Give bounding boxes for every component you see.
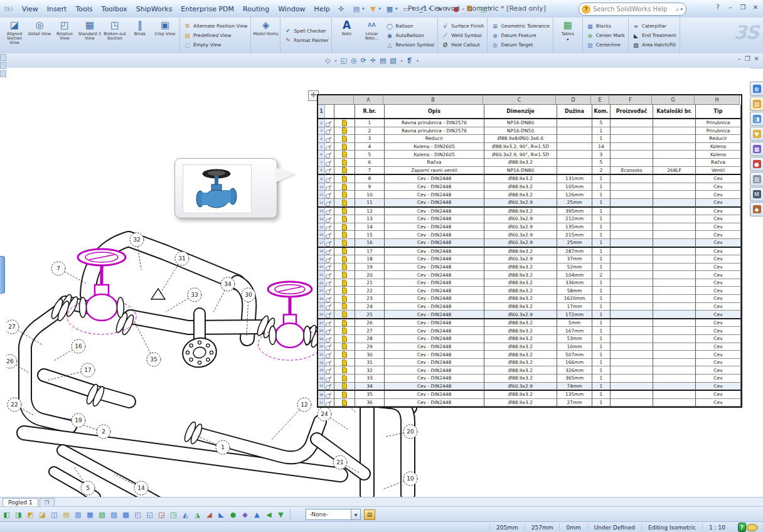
bom-component-cell[interactable] (325, 327, 334, 335)
bom-column-letter-G[interactable]: G (652, 95, 695, 105)
bom-cell[interactable]: Reducir (696, 135, 741, 143)
bom-cell[interactable]: 131mm (557, 175, 592, 183)
bom-balloon-cell[interactable] (334, 359, 355, 367)
bom-cell[interactable]: Cev (696, 215, 741, 223)
bom-cell[interactable]: 16 (355, 239, 385, 248)
bom-balloon-cell[interactable] (334, 208, 355, 216)
bom-column-letter-D[interactable]: D (556, 95, 591, 105)
bom-cell[interactable]: Cev (696, 335, 741, 343)
bom-cell[interactable]: 1 (592, 383, 611, 391)
bom-cell[interactable]: Cev - DIN2448 (385, 343, 484, 351)
bom-header-r-br-[interactable]: R.br. (355, 105, 385, 119)
bom-cell[interactable]: 5 (592, 119, 611, 127)
bom-cell[interactable]: 1 (592, 391, 611, 399)
bom-cell[interactable]: Cev (696, 255, 741, 263)
bom-cell[interactable]: 22 (355, 287, 385, 295)
bom-cell[interactable] (653, 311, 696, 319)
bom-cell[interactable]: Cev - DIN2448 (385, 223, 484, 231)
dropdown-caret-icon[interactable]: ▾ (362, 6, 365, 11)
align-stagger-button[interactable]: ▨ (109, 509, 119, 520)
bom-cell[interactable] (611, 311, 653, 319)
bom-table-row[interactable]: 2120Cev - DIN2448Ø88.9x3.2104mm2Cev (318, 271, 741, 279)
bom-cell[interactable] (611, 366, 653, 375)
bom-table-row[interactable]: 87Zaporni ravni ventilNP16-DN802Econosto… (318, 167, 741, 176)
bom-cell[interactable]: Koleno - DIN2605 (385, 151, 484, 159)
bom-table-row[interactable]: 1110Cev - DIN2448Ø88.9x3.2126mm1Cev (318, 191, 741, 199)
bom-header-kom-[interactable]: Kom. (592, 105, 611, 119)
bom-cell[interactable]: 19 (355, 263, 385, 272)
zoom-to-area-icon[interactable]: ◱ (340, 56, 346, 65)
balloon-24[interactable]: 24 (317, 407, 331, 421)
bom-balloon-cell[interactable] (334, 127, 355, 136)
bom-table-row[interactable]: 54Koleno - DIN2605Ø88.9x3.2, 90°, R=1.5D… (318, 143, 741, 151)
bom-cell[interactable]: Ø88.9x3.2, 90°, R=1.5D (484, 143, 557, 151)
bom-balloon-cell[interactable] (334, 248, 355, 256)
bom-table-row[interactable]: 1716Cev - DIN2448Ø60.3x2.925mm1Cev (318, 239, 741, 248)
bom-cell[interactable] (653, 343, 696, 351)
bom-table-row[interactable]: 2221Cev - DIN2448Ø88.9x3.2336mm1Cev (318, 279, 741, 287)
bom-cell[interactable]: 135mm (557, 391, 592, 399)
bom-cell[interactable]: 15 (355, 231, 385, 239)
bom-cell[interactable]: 32 (355, 366, 385, 375)
bom-cell[interactable] (557, 135, 592, 143)
bom-table-row[interactable]: 1817Cev - DIN2448Ø88.9x3.2287mm1Cev (318, 248, 741, 256)
close-button[interactable]: ✕ (750, 3, 760, 12)
balloon-12[interactable]: 12 (297, 398, 311, 412)
bom-cell[interactable] (611, 159, 653, 167)
bom-cell[interactable]: Cev (696, 366, 741, 375)
ribbon-button-linear-note[interactable]: AALinear Note... (359, 18, 384, 53)
custom-properties-tab[interactable]: ▥ (750, 172, 763, 186)
left-mini-icon-1[interactable] (0, 54, 6, 61)
ribbon-button-center-mark[interactable]: ⊕Center Mark (586, 31, 625, 40)
bom-cell[interactable]: Ø88.9x3.2 (484, 319, 557, 327)
balloon-26[interactable]: 26 (6, 354, 17, 368)
bom-component-cell[interactable] (325, 263, 334, 272)
ribbon-button-blocks[interactable]: ▦Blocks (586, 22, 625, 31)
bom-component-cell[interactable] (325, 239, 334, 248)
bom-component-cell[interactable] (325, 287, 334, 295)
bom-cell[interactable] (557, 151, 592, 159)
bom-column-letter-B[interactable]: B (383, 95, 483, 105)
bom-header-katalo-ki-br-[interactable]: Kataloški br. (653, 105, 696, 119)
sheet-tab-add-icon[interactable]: ❐ (40, 498, 55, 507)
bom-cell[interactable] (611, 223, 653, 231)
bom-cell[interactable]: 29 (355, 343, 385, 351)
bom-cell[interactable]: 1 (592, 191, 611, 199)
bom-table-row[interactable]: 3231Cev - DIN2448Ø88.9x3.2166mm1Cev (318, 359, 741, 367)
bom-balloon-cell[interactable] (334, 335, 355, 343)
bom-cell[interactable]: 1620mm (557, 295, 592, 303)
bom-component-cell[interactable] (325, 311, 334, 319)
bom-cell[interactable]: 104mm (557, 271, 592, 279)
bom-cell[interactable]: Ravna prirubnica - DIN2576 (385, 119, 484, 127)
ribbon-button-crop-view[interactable]: ▣Crop View (152, 18, 178, 53)
view-palette-tab[interactable]: ▦ (750, 142, 763, 156)
ribbon-button-datum-target[interactable]: ◎Datum Target (491, 41, 549, 50)
align-left-button[interactable]: ◧ (1, 509, 12, 520)
bom-cell[interactable]: Ø88.9x3.2 (484, 159, 557, 167)
bom-cell[interactable]: Cev (696, 303, 741, 311)
bom-cell[interactable]: Ø60.3x2.9, 90°, R=1.5D (484, 151, 557, 159)
bom-cell[interactable]: 10 (355, 191, 385, 199)
bom-cell[interactable]: Koleno (696, 143, 741, 151)
bom-cell[interactable]: Cev (696, 343, 741, 351)
bom-component-cell[interactable] (325, 191, 334, 199)
bom-cell[interactable]: 1 (592, 183, 611, 191)
ribbon-button-weld-symbol[interactable]: ⟋Weld Symbol (441, 31, 484, 40)
bom-cell[interactable]: 5 (355, 151, 385, 159)
bom-cell[interactable]: Prirubnica (696, 127, 741, 136)
bom-balloon-cell[interactable] (334, 199, 355, 208)
bom-component-cell[interactable] (325, 359, 334, 367)
dropdown-caret-icon[interactable]: ▾ (334, 58, 336, 63)
ribbon-button-surface-finish[interactable]: √Surface Finish (441, 22, 484, 31)
bom-table-row[interactable]: 2928Cev - DIN2448Ø88.9x3.253mm1Cev (318, 335, 741, 343)
bom-cell[interactable]: Ø60.3x2.9 (484, 199, 557, 208)
search-tab[interactable]: ▼ (750, 127, 763, 141)
bom-cell[interactable] (611, 135, 653, 143)
bom-table-row[interactable]: 1615Cev - DIN2448Ø60.3x2.9215mm1Cev (318, 231, 741, 239)
bom-cell[interactable] (653, 366, 696, 375)
bom-component-cell[interactable] (325, 391, 334, 399)
menu-item-toolbox[interactable]: Toolbox (97, 4, 132, 14)
bom-cell[interactable]: 287mm (557, 248, 592, 256)
bom-component-cell[interactable] (325, 143, 334, 151)
bom-cell[interactable]: 1 (592, 127, 611, 136)
